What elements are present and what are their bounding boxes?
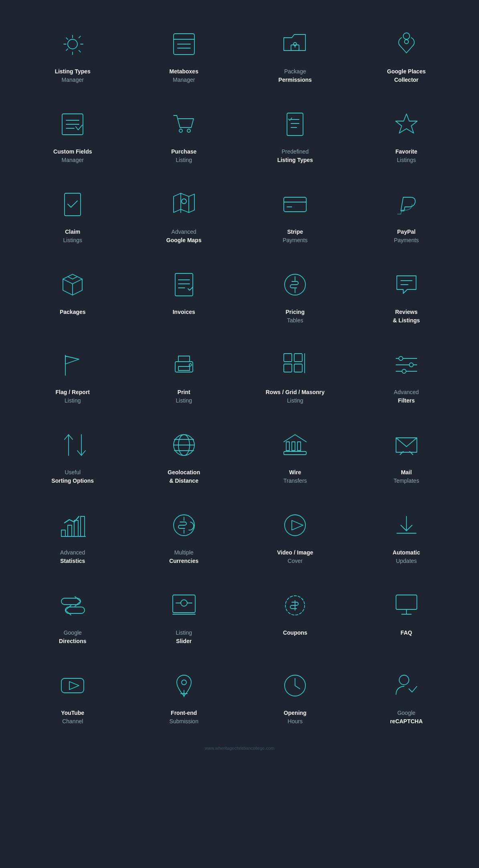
svg-rect-41 (294, 354, 302, 362)
gear-icon (57, 28, 89, 60)
custom-fields-manager-label: Custom FieldsManager (53, 148, 92, 164)
svg-rect-64 (74, 520, 78, 536)
sort-icon (57, 429, 89, 461)
mail-templates[interactable]: MailTemplates (353, 417, 460, 493)
bank-icon (279, 429, 311, 461)
coupon-icon (279, 589, 311, 621)
listing-slider[interactable]: ListingSlider (130, 577, 238, 654)
svg-point-8 (403, 33, 410, 39)
pricing-tables[interactable]: PricingTables (242, 257, 349, 333)
rows-grid-masonry[interactable]: Rows / Grid / MasonryListing (242, 337, 349, 413)
advanced-filters[interactable]: AdvancedFilters (353, 337, 460, 413)
print-listing[interactable]: PrintListing (130, 337, 238, 413)
listing-types-manager[interactable]: Listing TypesManager (19, 16, 127, 92)
svg-point-75 (181, 600, 187, 606)
person-check-icon (390, 670, 422, 702)
svg-rect-21 (65, 193, 81, 216)
svg-rect-65 (81, 516, 85, 536)
print-listing-label: PrintListing (176, 388, 192, 405)
mail-icon (390, 429, 422, 461)
globe-icon (168, 429, 200, 461)
opening-hours-label: OpeningHours (284, 709, 307, 726)
footer-text: www.wheritagechristiancollege.com (205, 746, 275, 751)
coupons[interactable]: Coupons (242, 577, 349, 654)
advanced-filters-label: AdvancedFilters (394, 388, 419, 405)
stripe-payments[interactable]: StripePayments (242, 176, 349, 253)
box-icon (57, 269, 89, 301)
google-recaptcha[interactable]: GooglereCAPTCHA (353, 658, 460, 734)
predefined-listing-types-label: PredefinedListing Types (277, 148, 313, 164)
reviews-listings[interactable]: Reviews& Listings (353, 257, 460, 333)
paypal-payments[interactable]: PayPalPayments (353, 176, 460, 253)
listing-slider-label: ListingSlider (176, 629, 192, 645)
svg-rect-61 (297, 442, 301, 451)
features-grid: Listing TypesManagerMetaboxesManagerPack… (19, 16, 460, 734)
filters-icon (390, 349, 422, 381)
purchase-listing[interactable]: PurchaseListing (130, 96, 238, 172)
packages[interactable]: Packages (19, 257, 127, 333)
advanced-statistics[interactable]: AdvancedStatistics (19, 497, 127, 573)
rows-grid-masonry-label: Rows / Grid / MasonryListing (266, 388, 325, 405)
folder-lock-icon (279, 28, 311, 60)
claim-listings[interactable]: ClaimListings (19, 176, 127, 253)
wire-transfers[interactable]: WireTransfers (242, 417, 349, 493)
video-image-cover[interactable]: Video / ImageCover (242, 497, 349, 573)
cart-icon (168, 108, 200, 140)
metaboxes-manager-label: MetaboxesManager (170, 67, 198, 84)
download-icon (390, 509, 422, 541)
frontend-submission[interactable]: Front-endSubmission (130, 658, 238, 734)
clock-icon (279, 670, 311, 702)
svg-point-39 (189, 364, 192, 366)
custom-fields-manager[interactable]: Custom FieldsManager (19, 96, 127, 172)
youtube-channel-label: YouTubeChannel (61, 709, 84, 726)
svg-rect-82 (61, 678, 84, 693)
map-icon (168, 188, 200, 221)
google-recaptcha-label: GooglereCAPTCHA (390, 709, 423, 726)
favorite-listings[interactable]: FavoriteListings (353, 96, 460, 172)
sorting-options[interactable]: UsefulSorting Options (19, 417, 127, 493)
svg-point-0 (68, 39, 77, 49)
package-permissions[interactable]: PackagePermissions (242, 16, 349, 92)
svg-rect-43 (294, 364, 302, 372)
pricing-tables-label: PricingTables (286, 308, 305, 325)
pin-plus-icon (168, 670, 200, 702)
wire-transfers-label: WireTransfers (283, 468, 307, 485)
advanced-google-maps[interactable]: AdvancedGoogle Maps (130, 176, 238, 253)
doc-check-icon (57, 188, 89, 221)
svg-rect-25 (284, 197, 306, 212)
svg-marker-83 (69, 682, 79, 690)
youtube-channel[interactable]: YouTubeChannel (19, 658, 127, 734)
svg-rect-16 (287, 113, 303, 136)
geolocation-distance[interactable]: Geolocation& Distance (130, 417, 238, 493)
custom-fields-icon (57, 108, 89, 140)
metaboxes-manager[interactable]: MetaboxesManager (130, 16, 238, 92)
frontend-submission-label: Front-endSubmission (170, 709, 198, 726)
checklist-icon (279, 108, 311, 140)
credit-card-icon (279, 188, 311, 221)
youtube-icon (57, 670, 89, 702)
svg-point-88 (399, 675, 409, 685)
faq[interactable]: FAQ (353, 577, 460, 654)
svg-point-50 (402, 369, 406, 373)
coupons-label: Coupons (283, 629, 307, 637)
printer-icon (168, 349, 200, 381)
geolocation-distance-label: Geolocation& Distance (168, 468, 200, 485)
predefined-listing-types[interactable]: PredefinedListing Types (242, 96, 349, 172)
stripe-payments-label: StripePayments (283, 228, 307, 245)
paypal-icon (390, 188, 422, 221)
presentation-icon (390, 589, 422, 621)
multiple-currencies[interactable]: MultipleCurrencies (130, 497, 238, 573)
invoices[interactable]: Invoices (130, 257, 238, 333)
svg-marker-20 (396, 114, 417, 133)
google-places-collector[interactable]: Google PlacesCollector (353, 16, 460, 92)
google-places-collector-label: Google PlacesCollector (387, 67, 426, 84)
invoice-icon (168, 269, 200, 301)
svg-marker-69 (292, 520, 303, 530)
automatic-updates[interactable]: AutomaticUpdates (353, 497, 460, 573)
automatic-updates-label: AutomaticUpdates (393, 548, 420, 565)
mail-templates-label: MailTemplates (394, 468, 419, 485)
google-directions[interactable]: GoogleDirections (19, 577, 127, 654)
opening-hours[interactable]: OpeningHours (242, 658, 349, 734)
flag-report-listing[interactable]: Flag / ReportListing (19, 337, 127, 413)
reviews-listings-label: Reviews& Listings (393, 308, 420, 325)
